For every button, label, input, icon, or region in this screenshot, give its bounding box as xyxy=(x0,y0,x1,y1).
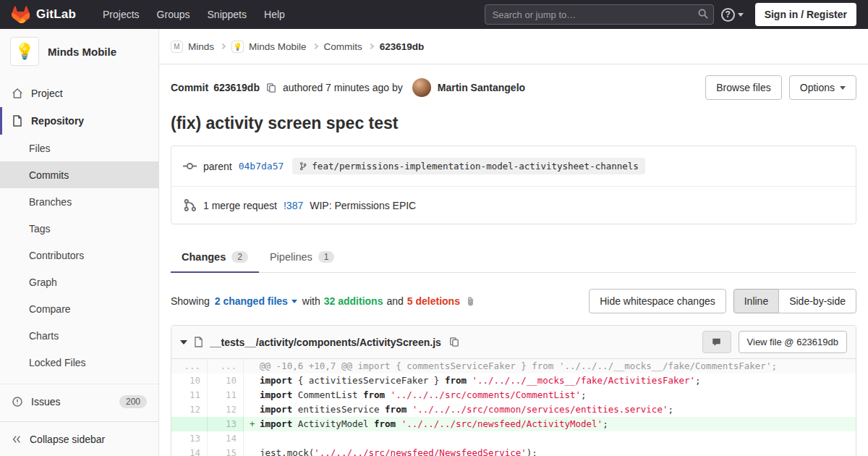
nav-link-projects[interactable]: Projects xyxy=(96,4,146,25)
commit-label: Commit xyxy=(171,82,208,93)
author-avatar[interactable] xyxy=(412,78,431,97)
nav-link-snippets[interactable]: Snippets xyxy=(201,4,253,25)
merge-request-icon xyxy=(183,198,197,212)
breadcrumb-separator-icon xyxy=(368,43,374,49)
mr-ref-link[interactable]: !387 xyxy=(284,200,303,211)
sidebar: 💡 Minds Mobile Project Repository FilesC… xyxy=(0,29,159,456)
changed-files-dropdown[interactable]: 2 changed files xyxy=(215,295,297,307)
collapse-sidebar-button[interactable]: Collapse sidebar xyxy=(0,421,158,456)
search-icon[interactable] xyxy=(698,9,708,19)
mr-title: WIP: Permissions EPIC xyxy=(310,200,416,211)
old-line-number[interactable]: 11 xyxy=(171,388,208,402)
sidebar-item-issues[interactable]: Issues 200 xyxy=(0,388,158,415)
new-line-number[interactable]: 15 xyxy=(208,446,244,456)
with-label: with xyxy=(302,295,320,307)
new-line-number[interactable]: ... xyxy=(208,359,244,373)
code-line: import { activitiesServiceFaker } from '… xyxy=(244,373,856,388)
new-line-number[interactable]: 11 xyxy=(208,388,244,402)
old-line-number[interactable]: ... xyxy=(171,359,208,373)
breadcrumb-item[interactable]: MMinds xyxy=(171,41,214,53)
browse-files-button[interactable]: Browse files xyxy=(705,75,781,100)
tab-count-badge: 2 xyxy=(231,251,248,263)
nav-link-groups[interactable]: Groups xyxy=(150,4,197,25)
options-button[interactable]: Options xyxy=(789,75,856,100)
copy-sha-button[interactable] xyxy=(265,81,278,95)
diff-stats-bar: Showing 2 changed files with 32 addition… xyxy=(171,289,856,313)
new-line-number[interactable]: 12 xyxy=(208,402,244,417)
commit-icon xyxy=(183,159,197,173)
old-line-number[interactable] xyxy=(171,417,208,431)
sidebar-item-locked-files[interactable]: Locked Files xyxy=(0,349,158,376)
search-input[interactable] xyxy=(485,4,714,25)
tab-changes[interactable]: Changes2 xyxy=(171,242,259,272)
code-line: import entitiesService from '../../../sr… xyxy=(244,402,856,417)
commit-meta: Commit 623619db authored 7 minutes ago b… xyxy=(171,75,856,100)
sidebar-project-header[interactable]: 💡 Minds Mobile xyxy=(0,29,158,74)
sidebar-item-files[interactable]: Files xyxy=(0,135,158,161)
diff-file: __tests__/activity/components/ActivitySc… xyxy=(171,325,856,456)
help-menu[interactable]: ? xyxy=(714,8,751,22)
nav-link-help[interactable]: Help xyxy=(258,4,292,25)
breadcrumb-item[interactable]: 💡Minds Mobile xyxy=(231,41,307,53)
branch-ref[interactable]: feat/permissions-implementation-model-ac… xyxy=(292,158,645,174)
tab-pipelines[interactable]: Pipelines1 xyxy=(259,242,346,272)
code-line: +import ActivityModel from '../../../src… xyxy=(244,417,856,431)
diff-file-actions: View file @ 623619db xyxy=(702,331,847,353)
diff-file-path[interactable]: __tests__/activity/components/ActivitySc… xyxy=(210,337,441,348)
old-line-number[interactable]: 13 xyxy=(171,431,208,446)
side-by-side-view-button[interactable]: Side-by-side xyxy=(778,289,856,313)
old-line-number[interactable]: 12 xyxy=(171,402,208,417)
deletions-count: 5 deletions xyxy=(407,295,460,307)
breadcrumb-avatar-icon: M xyxy=(171,41,183,53)
collapse-diff-icon[interactable] xyxy=(180,340,187,345)
and-label: and xyxy=(386,295,403,307)
sidebar-item-repository[interactable]: Repository xyxy=(0,107,158,135)
sidebar-item-contributors[interactable]: Contributors xyxy=(0,242,158,269)
breadcrumb-item[interactable]: 623619db xyxy=(380,41,425,52)
sidebar-item-charts[interactable]: Charts xyxy=(0,322,158,349)
new-line-number[interactable]: 14 xyxy=(208,431,244,446)
diff-file-header: __tests__/activity/components/ActivitySc… xyxy=(171,326,856,359)
breadcrumb-avatar-icon: 💡 xyxy=(231,41,244,53)
gitlab-home-link[interactable]: GitLab xyxy=(12,6,76,23)
additions-count: 32 additions xyxy=(324,295,383,307)
breadcrumb-label: Minds Mobile xyxy=(249,41,307,52)
nav-links: ProjectsGroupsSnippetsHelp xyxy=(96,4,292,25)
sidebar-item-compare[interactable]: Compare xyxy=(0,295,158,322)
sidebar-item-label: Repository xyxy=(31,115,84,127)
sidebar-item-graph[interactable]: Graph xyxy=(0,269,158,295)
new-line-number[interactable]: 10 xyxy=(208,373,244,388)
author-name[interactable]: Martin Santangelo xyxy=(438,82,525,93)
breadcrumb-separator-icon xyxy=(220,43,226,49)
sidebar-item-commits[interactable]: Commits xyxy=(0,161,158,188)
breadcrumb-item[interactable]: Commits xyxy=(324,41,362,52)
tab-count-badge: 1 xyxy=(318,251,335,263)
commit-info-box: parent 04b7da57 feat/permissions-impleme… xyxy=(171,145,856,224)
sidebar-item-project[interactable]: Project xyxy=(0,80,158,107)
copy-path-button[interactable] xyxy=(448,335,461,349)
sidebar-nav: Project Repository FilesCommitsBranchesT… xyxy=(0,80,158,415)
diff-line: 1111import CommentList from '../../../sr… xyxy=(171,388,856,402)
old-line-number[interactable]: 10 xyxy=(171,373,208,388)
search-container xyxy=(485,4,714,25)
diff-view-toggle: Inline Side-by-side xyxy=(733,289,856,313)
new-line-number[interactable]: 13 xyxy=(208,417,244,431)
showing-label: Showing xyxy=(171,295,210,307)
view-file-button[interactable]: View file @ 623619db xyxy=(739,331,847,353)
sidebar-item-branches[interactable]: Branches xyxy=(0,188,158,215)
diff-line: 13+import ActivityModel from '../../../s… xyxy=(171,417,856,431)
repository-submenu: FilesCommitsBranchesTagsContributorsGrap… xyxy=(0,135,158,376)
help-icon: ? xyxy=(721,8,735,22)
paperclip-icon[interactable] xyxy=(467,296,475,306)
project-avatar: 💡 xyxy=(10,37,39,66)
hide-whitespace-button[interactable]: Hide whitespace changes xyxy=(589,289,726,313)
tab-label: Changes xyxy=(182,251,226,263)
sign-in-button[interactable]: Sign in / Register xyxy=(755,3,856,26)
inline-view-button[interactable]: Inline xyxy=(733,289,779,313)
old-line-number[interactable]: 14 xyxy=(171,446,208,456)
parent-sha-link[interactable]: 04b7da57 xyxy=(239,161,284,172)
toggle-comments-button[interactable] xyxy=(702,331,731,353)
sidebar-item-tags[interactable]: Tags xyxy=(0,215,158,242)
collapse-sidebar-label: Collapse sidebar xyxy=(30,434,105,445)
commit-sha: 623619db xyxy=(213,82,260,93)
